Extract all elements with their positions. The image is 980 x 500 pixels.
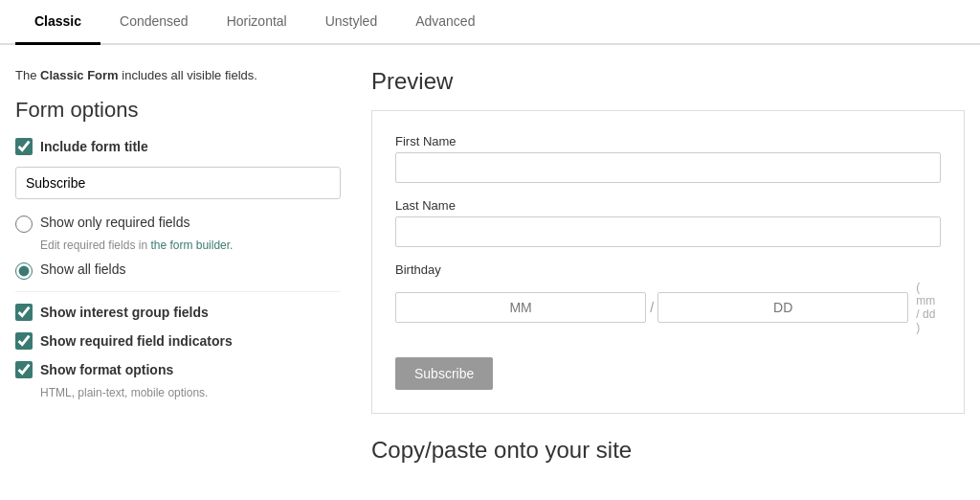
- birthday-sep-1: /: [650, 300, 654, 315]
- show-required-indicators-label: Show required field indicators: [40, 333, 233, 349]
- show-all-fields-row: Show all fields: [15, 261, 341, 280]
- divider-1: [15, 291, 341, 292]
- preview-title: Preview: [371, 68, 965, 95]
- preview-box: First Name Last Name Birthday / ( mm / d…: [371, 110, 965, 414]
- show-only-required-label: Show only required fields: [40, 215, 189, 230]
- show-only-required-sub-prefix: Edit required fields in: [40, 239, 150, 252]
- show-format-options-label: Show format options: [40, 362, 173, 377]
- show-all-fields-radio[interactable]: [15, 262, 33, 280]
- include-form-title-row: Include form title: [15, 138, 341, 155]
- first-name-field: First Name: [395, 134, 941, 183]
- description-suffix: includes all visible fields.: [119, 68, 257, 82]
- show-interest-groups-checkbox[interactable]: [15, 304, 33, 321]
- first-name-label: First Name: [395, 134, 941, 148]
- show-only-required-sub: Edit required fields in the form builder…: [40, 239, 341, 252]
- show-required-indicators-checkbox[interactable]: [15, 332, 33, 350]
- main-layout: The Classic Form includes all visible fi…: [0, 45, 980, 487]
- tab-advanced[interactable]: Advanced: [396, 0, 494, 45]
- birthday-field: Birthday / ( mm / dd ): [395, 262, 941, 334]
- show-interest-groups-label: Show interest group fields: [40, 305, 209, 320]
- birthday-row: / ( mm / dd ): [395, 281, 941, 334]
- last-name-input[interactable]: [395, 216, 941, 247]
- description-prefix: The: [15, 68, 40, 82]
- last-name-label: Last Name: [395, 198, 941, 213]
- tab-unstyled[interactable]: Unstyled: [306, 0, 396, 45]
- form-options-title: Form options: [15, 98, 341, 123]
- show-format-options-checkbox[interactable]: [15, 361, 33, 378]
- birthday-mm-input[interactable]: [395, 292, 646, 323]
- description-text: The Classic Form includes all visible fi…: [15, 68, 341, 82]
- last-name-field: Last Name: [395, 198, 941, 247]
- birthday-hint: ( mm / dd ): [916, 281, 941, 334]
- right-panel: Preview First Name Last Name Birthday / …: [371, 68, 965, 464]
- tab-classic[interactable]: Classic: [15, 0, 100, 45]
- form-title-input[interactable]: [15, 167, 341, 199]
- show-format-options-sub: HTML, plain-text, mobile options.: [40, 386, 341, 399]
- tab-horizontal[interactable]: Horizontal: [208, 0, 306, 45]
- first-name-input[interactable]: [395, 152, 941, 183]
- show-only-required-row: Show only required fields: [15, 215, 341, 233]
- left-panel: The Classic Form includes all visible fi…: [15, 68, 341, 407]
- include-form-title-label: Include form title: [40, 139, 148, 154]
- show-only-required-radio[interactable]: [15, 216, 33, 233]
- show-all-fields-label: Show all fields: [40, 261, 126, 277]
- birthday-dd-input[interactable]: [657, 292, 908, 323]
- show-interest-groups-row: Show interest group fields: [15, 304, 341, 321]
- tabs-bar: Classic Condensed Horizontal Unstyled Ad…: [0, 0, 980, 45]
- show-required-indicators-row: Show required field indicators: [15, 332, 341, 350]
- copy-paste-title: Copy/paste onto your site: [371, 437, 965, 464]
- tab-condensed[interactable]: Condensed: [100, 0, 208, 45]
- form-builder-link[interactable]: the form builder.: [150, 239, 233, 252]
- show-format-options-row: Show format options: [15, 361, 341, 378]
- include-form-title-checkbox[interactable]: [15, 138, 33, 155]
- birthday-label: Birthday: [395, 262, 941, 277]
- description-bold: Classic Form: [40, 68, 119, 82]
- subscribe-button[interactable]: Subscribe: [395, 357, 493, 390]
